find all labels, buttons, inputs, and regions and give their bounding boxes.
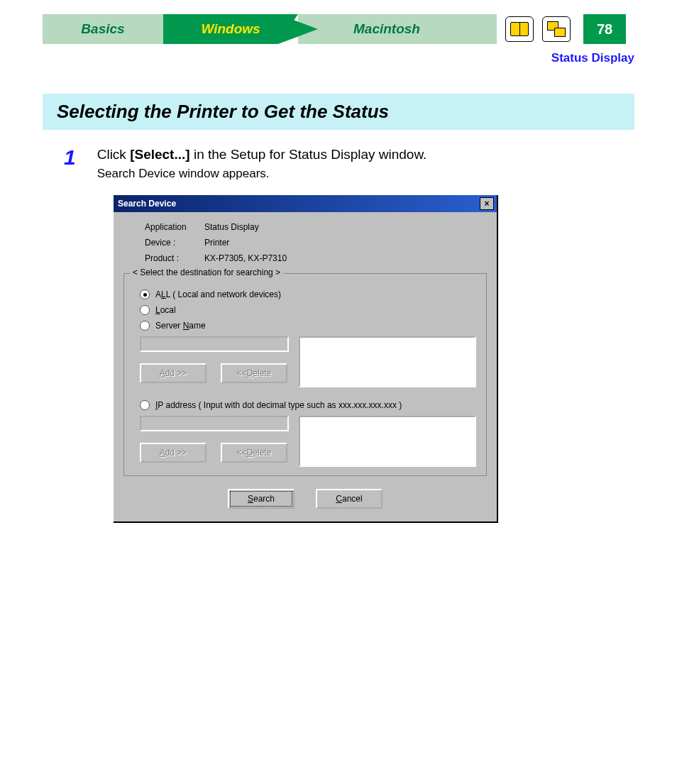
dialog-titlebar: Search Device × — [114, 195, 497, 212]
dialog-info: Application Status Display Device : Prin… — [145, 222, 487, 263]
step-sub: Search Device window appears. — [97, 167, 427, 181]
radio-ip-input[interactable] — [140, 400, 150, 410]
network-icon[interactable] — [542, 16, 571, 42]
tab-windows-label: Windows — [201, 21, 260, 37]
cancel-button[interactable]: Cancel — [316, 489, 382, 509]
breadcrumb-label: Status Display — [551, 51, 634, 65]
dialog-footer: Search Cancel — [123, 489, 487, 509]
product-value: KX-P7305, KX-P7310 — [204, 253, 287, 263]
device-value: Printer — [204, 238, 229, 248]
navbar: Basics Windows Macintosh 78 — [43, 14, 634, 44]
close-glyph: × — [484, 199, 489, 209]
step-number: 1 — [64, 147, 76, 181]
step-body: Click [Select...] in the Setup for Statu… — [97, 147, 427, 181]
radio-ip[interactable]: IP address ( Input with dot decimal type… — [140, 400, 478, 410]
tab-windows[interactable]: Windows — [163, 14, 298, 44]
page-number: 78 — [583, 14, 626, 44]
server-name-input[interactable] — [140, 336, 289, 352]
section-title: Selecting the Printer to Get the Status — [57, 101, 620, 123]
close-icon[interactable]: × — [480, 197, 494, 210]
server-add-button[interactable]: Add >> — [140, 363, 207, 383]
page-number-label: 78 — [597, 21, 612, 38]
application-label: Application — [145, 222, 194, 232]
breadcrumb[interactable]: Status Display — [0, 51, 634, 65]
radio-ip-label: IP address ( Input with dot decimal type… — [155, 400, 402, 410]
radio-all-input[interactable] — [140, 289, 150, 299]
ip-delete-button[interactable]: << Delete — [221, 443, 287, 463]
server-list[interactable] — [299, 336, 476, 387]
tab-macintosh[interactable]: Macintosh — [298, 14, 461, 44]
radio-server-name[interactable]: Server Name — [140, 321, 478, 331]
device-label: Device : — [145, 238, 194, 248]
radio-server-input[interactable] — [140, 321, 150, 331]
search-destination-group: < Select the destination for searching >… — [123, 273, 487, 476]
search-device-dialog: Search Device × Application Status Displ… — [114, 195, 498, 523]
tab-basics[interactable]: Basics — [43, 14, 163, 44]
application-value: Status Display — [204, 222, 259, 232]
radio-all[interactable]: ALL ( Local and network devices) — [140, 289, 478, 299]
radio-local[interactable]: Local — [140, 305, 478, 315]
ip-list[interactable] — [299, 416, 476, 467]
tab-macintosh-label: Macintosh — [353, 21, 420, 37]
ip-input[interactable] — [140, 416, 289, 431]
radio-all-label: ALL ( Local and network devices) — [155, 289, 281, 299]
nav-spacer — [461, 14, 497, 44]
nav-icons: 78 — [497, 14, 634, 44]
radio-local-label: Local — [155, 305, 176, 315]
search-button[interactable]: Search — [228, 489, 295, 509]
radio-local-input[interactable] — [140, 305, 150, 315]
ip-add-button[interactable]: Add >> — [140, 443, 207, 463]
section-title-bar: Selecting the Printer to Get the Status — [43, 94, 634, 130]
step-prefix: Click — [97, 147, 130, 162]
step-bold: [Select...] — [130, 147, 189, 162]
book-icon[interactable] — [505, 16, 534, 42]
server-delete-button[interactable]: << Delete — [221, 363, 287, 383]
step-1: 1 Click [Select...] in the Setup for Sta… — [64, 147, 634, 181]
tab-basics-label: Basics — [81, 21, 124, 37]
step-suffix: in the Setup for Status Display window. — [190, 147, 427, 162]
product-label: Product : — [145, 253, 194, 263]
group-title: < Select the destination for searching > — [130, 267, 283, 277]
radio-server-label: Server Name — [155, 321, 206, 331]
dialog-title: Search Device — [118, 199, 176, 209]
